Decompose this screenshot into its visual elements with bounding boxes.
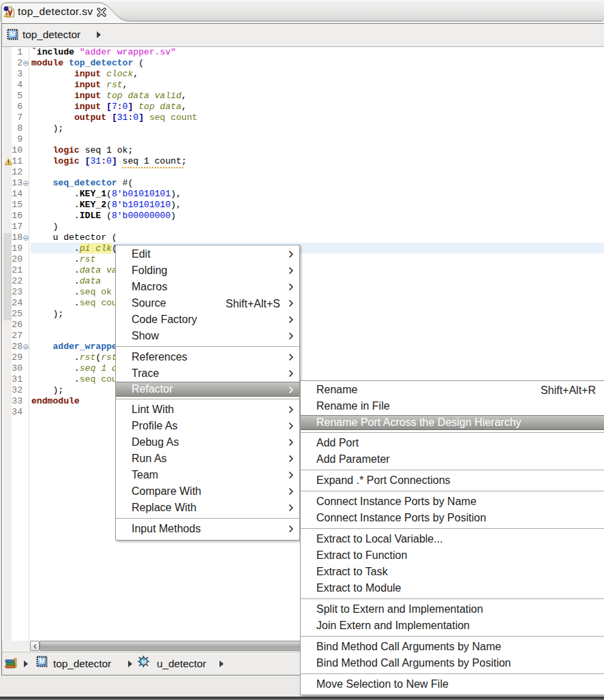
svg-text:M: M bbox=[40, 658, 45, 665]
svg-text:M: M bbox=[10, 31, 16, 38]
svg-text:M: M bbox=[141, 658, 147, 665]
